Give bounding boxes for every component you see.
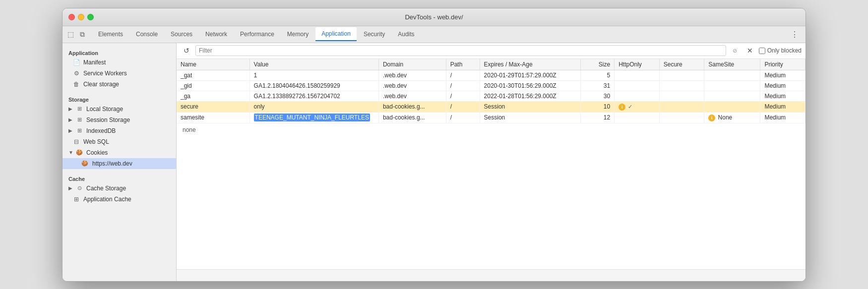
sidebar-item-application-cache[interactable]: ⊞ Application Cache <box>62 194 176 205</box>
cell-path: / <box>446 91 480 101</box>
tab-controls: ⬚ ⧉ <box>65 29 87 39</box>
web-sql-label: Web SQL <box>83 138 109 145</box>
sidebar-group-local-storage[interactable]: ▶ ⊞ Local Storage <box>62 104 176 115</box>
more-tabs-button[interactable]: ⋮ <box>787 30 803 39</box>
devtools-body: Application 📄 Manifest ⚙ Service Workers… <box>62 43 806 281</box>
cell-priority: Medium <box>760 91 806 101</box>
manifest-label: Manifest <box>83 59 106 66</box>
devtools-window: DevTools - web.dev/ ⬚ ⧉ Elements Console… <box>62 8 806 282</box>
col-header-samesite[interactable]: SameSite <box>704 59 760 70</box>
table-row[interactable]: samesiteTEENAGE_MUTANT_NINJA_FLEURTLESba… <box>177 112 806 123</box>
table-header-row: Name Value Domain Path Expires / Max-Age… <box>177 59 806 70</box>
minimize-button[interactable] <box>78 14 84 20</box>
table-row[interactable]: _gat1.web.dev/2020-01-29T01:57:29.000Z5M… <box>177 70 806 80</box>
cell-domain: bad-cookies.g... <box>378 101 446 112</box>
cookies-table-container: Name Value Domain Path Expires / Max-Age… <box>177 59 806 269</box>
cookies-url-label: https://web.dev <box>92 160 132 167</box>
col-header-value[interactable]: Value <box>249 59 378 70</box>
device-button[interactable]: ⧉ <box>77 29 87 39</box>
cookie-toolbar: ↺ ⊘ ✕ Only blocked <box>177 43 806 59</box>
cell-name: _ga <box>177 91 249 101</box>
manifest-icon: 📄 <box>72 58 80 66</box>
delete-button[interactable]: ✕ <box>744 45 756 57</box>
col-header-size[interactable]: Size <box>581 59 615 70</box>
title-bar: DevTools - web.dev/ <box>62 8 806 26</box>
main-content: ↺ ⊘ ✕ Only blocked Name Value Domain <box>177 43 806 281</box>
filter-input[interactable] <box>195 45 726 56</box>
table-body: _gat1.web.dev/2020-01-29T01:57:29.000Z5M… <box>177 70 806 123</box>
cell-samesite <box>704 101 760 112</box>
table-row[interactable]: _gaGA1.2.1338892726.1567204702.web.dev/2… <box>177 91 806 101</box>
cell-httponly <box>615 70 660 80</box>
clear-filter-button[interactable]: ⊘ <box>729 45 741 57</box>
value-highlight: TEENAGE_MUTANT_NINJA_FLEURTLES <box>254 114 370 121</box>
tab-memory[interactable]: Memory <box>281 27 314 41</box>
tab-console[interactable]: Console <box>130 27 164 41</box>
cell-secure <box>659 80 704 91</box>
sidebar-item-clear-storage[interactable]: 🗑 Clear storage <box>62 79 176 90</box>
col-header-expires[interactable]: Expires / Max-Age <box>480 59 581 70</box>
cell-expires: Session <box>480 101 581 112</box>
application-section-title: Application <box>62 47 176 57</box>
col-header-domain[interactable]: Domain <box>378 59 446 70</box>
tab-security[interactable]: Security <box>358 27 391 41</box>
only-blocked-checkbox[interactable] <box>759 48 765 54</box>
col-header-httponly[interactable]: HttpOnly <box>615 59 660 70</box>
sidebar-group-session-storage[interactable]: ▶ ⊞ Session Storage <box>62 115 176 125</box>
bottom-bar <box>177 269 806 281</box>
sidebar-group-cookies[interactable]: ▼ 🍪 Cookies <box>62 147 176 158</box>
only-blocked-container: Only blocked <box>759 47 802 54</box>
refresh-button[interactable]: ↺ <box>181 45 192 57</box>
sidebar-item-cookies-url[interactable]: 🍪 https://web.dev <box>62 158 176 169</box>
storage-section-title: Storage <box>62 94 176 104</box>
close-button[interactable] <box>68 14 75 20</box>
sidebar-group-indexeddb[interactable]: ▶ ⊞ IndexedDB <box>62 125 176 136</box>
maximize-button[interactable] <box>87 14 94 20</box>
cell-domain: .web.dev <box>378 80 446 91</box>
table-row[interactable]: _gidGA1.2.1804046426.1580259929.web.dev/… <box>177 80 806 91</box>
application-cache-icon: ⊞ <box>72 195 80 203</box>
cell-samesite <box>704 91 760 101</box>
cell-name: samesite <box>177 112 249 123</box>
tab-sources[interactable]: Sources <box>165 27 198 41</box>
col-header-path[interactable]: Path <box>446 59 480 70</box>
cell-domain: bad-cookies.g... <box>378 112 446 123</box>
cell-path: / <box>446 80 480 91</box>
tab-bar: ⬚ ⧉ Elements Console Sources Network Per… <box>62 26 806 43</box>
cell-samesite <box>704 70 760 80</box>
cell-name: _gid <box>177 80 249 91</box>
col-header-secure[interactable]: Secure <box>659 59 704 70</box>
cookies-label: Cookies <box>86 149 108 156</box>
sidebar-item-manifest[interactable]: 📄 Manifest <box>62 57 176 68</box>
none-text: none <box>177 123 806 136</box>
sidebar-item-web-sql[interactable]: ⊟ Web SQL <box>62 136 176 147</box>
table-row[interactable]: secureonlybad-cookies.g.../Session10i ✓M… <box>177 101 806 112</box>
col-header-priority[interactable]: Priority <box>760 59 806 70</box>
col-header-name[interactable]: Name <box>177 59 249 70</box>
cell-secure <box>659 91 704 101</box>
clear-storage-label: Clear storage <box>83 81 119 88</box>
indexeddb-arrow: ▶ <box>68 128 74 133</box>
cell-samesite: i None <box>704 112 760 123</box>
only-blocked-label: Only blocked <box>767 47 802 54</box>
window-title: DevTools - web.dev/ <box>405 13 463 21</box>
sidebar-group-cache-storage[interactable]: ▶ ⊙ Cache Storage <box>62 183 176 194</box>
service-workers-label: Service Workers <box>83 70 127 77</box>
tab-performance[interactable]: Performance <box>234 27 280 41</box>
tab-network[interactable]: Network <box>199 27 233 41</box>
tab-application[interactable]: Application <box>315 27 357 41</box>
cell-secure <box>659 101 704 112</box>
cell-secure <box>659 70 704 80</box>
inspect-button[interactable]: ⬚ <box>65 29 75 39</box>
application-cache-label: Application Cache <box>83 196 131 203</box>
cell-value: TEENAGE_MUTANT_NINJA_FLEURTLES <box>249 112 378 123</box>
cookies-table: Name Value Domain Path Expires / Max-Age… <box>177 59 806 123</box>
cell-domain: .web.dev <box>378 91 446 101</box>
cell-samesite <box>704 80 760 91</box>
session-storage-label: Session Storage <box>86 116 130 123</box>
tab-audits[interactable]: Audits <box>392 27 420 41</box>
traffic-lights <box>68 14 94 20</box>
sidebar-item-service-workers[interactable]: ⚙ Service Workers <box>62 68 176 79</box>
cell-value: only <box>249 101 378 112</box>
tab-elements[interactable]: Elements <box>92 27 129 41</box>
